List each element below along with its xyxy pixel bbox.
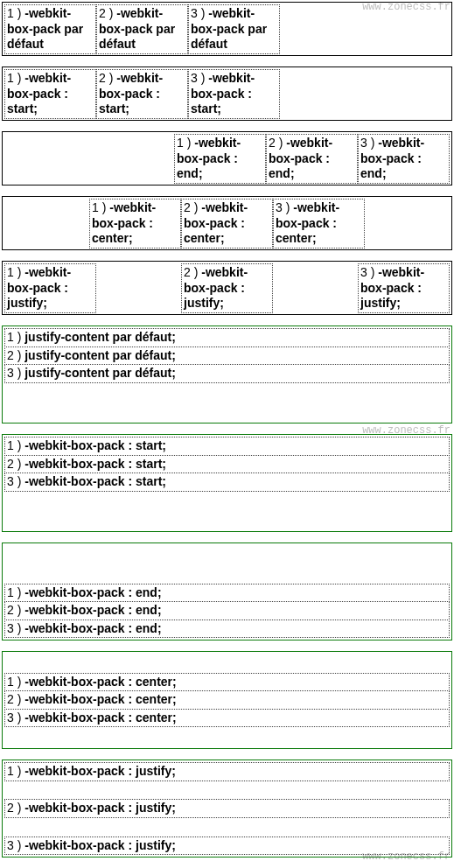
demo-row: 2 ) -webkit-box-pack : end; [4,601,450,620]
page: www.zonecss.fr 1 ) -webkit-box-pack par … [0,2,454,858]
row-prop: justify-content [24,366,108,380]
row-index: 1 ) [7,438,21,452]
demo-v-end: 1 ) -webkit-box-pack : end; 2 ) -webkit-… [2,542,452,640]
row-val: par défaut; [109,348,176,362]
cell-index: 1 ) [7,71,21,85]
cell-val: center; [276,231,317,245]
row-index: 3 ) [7,838,21,852]
row-index: 3 ) [7,366,21,380]
row-index: 3 ) [7,710,21,724]
cell-index: 1 ) [92,200,106,214]
cell-index: 3 ) [276,200,290,214]
cell-index: 1 ) [177,136,191,150]
demo-cell: 2 ) -webkit-box-pack : start; [96,69,188,119]
row-prop: -webkit-box-pack : end; [24,621,161,635]
cell-index: 3 ) [191,6,205,20]
demo-cell: 2 ) -webkit-box-pack : end; [266,134,358,184]
demo-cell: 2 ) -webkit-box-pack : justify; [181,263,273,313]
demo-cell: 3 ) -webkit-box-pack : center; [273,199,365,248]
cell-index: 2 ) [99,6,113,20]
cell-val: start; [99,102,129,116]
cell-val: center; [92,231,133,245]
cell-val: end; [269,166,295,180]
demo-v-start: 1 ) -webkit-box-pack : start; 2 ) -webki… [2,434,452,532]
demo-h-center: 1 ) -webkit-box-pack : center; 2 ) -webk… [2,196,452,250]
demo-row: 2 ) -webkit-box-pack : start; [4,455,450,474]
row-prop: -webkit-box-pack : center; [24,675,176,689]
demo-row: 2 ) -webkit-box-pack : center; [4,690,450,710]
demo-row: 3 ) justify-content par défaut; [4,364,450,383]
demo-h-justify: 1 ) -webkit-box-pack : justify; 2 ) -web… [2,261,452,315]
cell-index: 3 ) [360,265,374,279]
row-prop: -webkit-box-pack : justify; [24,838,176,852]
row-index: 1 ) [7,330,21,344]
row-prop: -webkit-box-pack : center; [24,710,176,724]
cell-index: 2 ) [99,71,113,85]
row-prop: justify-content [24,348,108,362]
demo-cell: 1 ) -webkit-box-pack par défaut [4,4,96,54]
row-index: 2 ) [7,692,21,706]
demo-h-start: 1 ) -webkit-box-pack : start; 2 ) -webki… [2,66,452,121]
row-index: 2 ) [7,348,21,362]
cell-val: end; [177,166,203,180]
cell-index: 2 ) [269,136,283,150]
row-index: 1 ) [7,585,21,599]
demo-cell: 1 ) -webkit-box-pack : center; [89,199,181,248]
row-prop: -webkit-box-pack : start; [24,474,166,488]
cell-index: 1 ) [7,265,21,279]
demo-row: 3 ) -webkit-box-pack : start; [4,472,450,492]
row-prop: -webkit-box-pack : start; [24,457,166,471]
demo-v-center: 1 ) -webkit-box-pack : center; 2 ) -webk… [2,651,452,749]
demo-cell: 2 ) -webkit-box-pack : center; [181,199,273,248]
demo-row: 3 ) -webkit-box-pack : center; [4,709,450,728]
row-index: 3 ) [7,474,21,488]
cell-val: justify; [184,296,224,310]
demo-cell: 2 ) -webkit-box-pack par défaut [96,4,188,54]
row-prop: -webkit-box-pack : justify; [24,801,176,815]
demo-row: 2 ) justify-content par défaut; [4,346,450,366]
cell-index: 2 ) [184,200,198,214]
demo-row: 3 ) -webkit-box-pack : end; [4,620,450,639]
demo-cell: 3 ) -webkit-box-pack : start; [188,69,280,119]
row-index: 3 ) [7,621,21,635]
demo-v-default: 1 ) justify-content par défaut; 2 ) just… [2,326,452,424]
demo-cell: 1 ) -webkit-box-pack : start; [4,69,96,119]
demo-cell: 3 ) -webkit-box-pack par défaut [188,4,280,54]
row-val: par défaut; [109,366,176,380]
demo-cell: 3 ) -webkit-box-pack : end; [358,134,450,184]
row-index: 2 ) [7,603,21,617]
cell-index: 3 ) [191,71,205,85]
demo-row: 1 ) -webkit-box-pack : start; [4,437,450,456]
demo-row: 2 ) -webkit-box-pack : justify; [4,799,450,818]
demo-v-justify: 1 ) -webkit-box-pack : justify; 2 ) -web… [2,760,452,858]
cell-val: end; [360,166,387,180]
demo-cell: 3 ) -webkit-box-pack : justify; [358,263,450,313]
row-prop: -webkit-box-pack : end; [24,603,161,617]
demo-cell: 1 ) -webkit-box-pack : justify; [4,263,96,313]
cell-val: justify; [7,296,47,310]
row-prop: -webkit-box-pack : end; [24,585,161,599]
demo-row: 1 ) -webkit-box-pack : justify; [4,762,450,781]
demo-row: 3 ) -webkit-box-pack : justify; [4,836,450,856]
row-index: 1 ) [7,764,21,778]
demo-h-end: 1 ) -webkit-box-pack : end; 2 ) -webkit-… [2,131,452,186]
demo-row: 1 ) -webkit-box-pack : center; [4,673,450,692]
row-prop: -webkit-box-pack : justify; [24,764,176,778]
row-index: 1 ) [7,675,21,689]
cell-index: 1 ) [7,6,21,20]
cell-val: start; [191,102,221,116]
demo-cell: 1 ) -webkit-box-pack : end; [174,134,266,184]
cell-index: 2 ) [184,265,198,279]
row-prop: -webkit-box-pack : center; [24,692,176,706]
demo-row: 1 ) justify-content par défaut; [4,328,450,347]
cell-val: center; [184,231,225,245]
cell-val: start; [7,102,38,116]
demo-h-default: 1 ) -webkit-box-pack par défaut 2 ) -web… [2,2,452,56]
row-prop: -webkit-box-pack : start; [24,438,166,452]
cell-val: justify; [360,296,401,310]
row-val: par défaut; [109,330,176,344]
row-prop: justify-content [24,330,108,344]
demo-row: 1 ) -webkit-box-pack : end; [4,584,450,603]
cell-index: 3 ) [360,136,374,150]
row-index: 2 ) [7,457,21,471]
